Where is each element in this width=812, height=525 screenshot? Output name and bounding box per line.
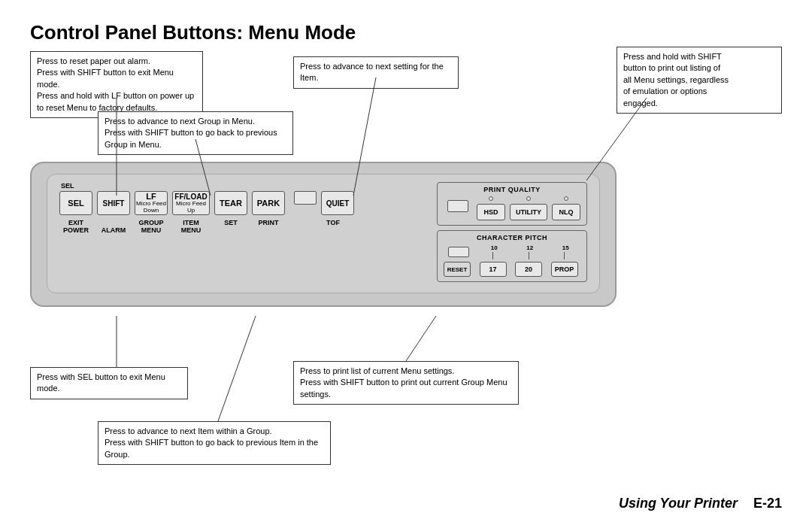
led-indicator	[294, 191, 317, 205]
annotation-topcenter: Press to advance to next setting for the…	[293, 56, 459, 89]
quality-blank-group	[444, 200, 472, 220]
reset-button[interactable]: RESET	[444, 262, 471, 277]
hsd-group: HSD	[477, 196, 505, 220]
p15-group: 15	[551, 244, 581, 259]
ffload-button[interactable]: FF/LOAD Micro Feed Up	[172, 191, 210, 215]
p12-line	[529, 252, 532, 259]
quality-blank-indicator	[447, 200, 468, 212]
hsd-indicator	[489, 196, 493, 201]
shift-button[interactable]: SHIFT	[97, 191, 130, 215]
character-pitch-section: CHARACTER PITCH 10	[437, 230, 587, 282]
svg-line-5	[406, 316, 436, 361]
annotation-bottommid: Press to print list of current Menu sett…	[293, 361, 519, 405]
quality-blank-label	[444, 214, 472, 220]
p10-line	[492, 252, 495, 259]
printer-panel: SEL SEL SHIFT	[30, 162, 617, 307]
label-set: SET	[214, 219, 247, 234]
prop-button[interactable]: PROP	[551, 262, 578, 277]
hsd-button[interactable]: HSD	[477, 204, 505, 220]
print-quality-section: PRINT QUALITY HSD	[437, 182, 587, 226]
p15-line	[564, 252, 567, 259]
indicator-group	[294, 191, 317, 215]
all-buttons-row: SEL SHIFT LF	[59, 191, 426, 215]
label-item: ITEM MENU	[172, 219, 210, 234]
nlq-button[interactable]: NLQ	[552, 204, 580, 220]
printer-panel-wrapper: SEL SEL SHIFT	[30, 162, 617, 307]
page: Control Panel Buttons: Menu Mode Press t…	[0, 0, 812, 525]
annotation-topleft: Press to reset paper out alarm. Press wi…	[30, 51, 203, 118]
footer: Using Your Printer E-21	[619, 496, 782, 511]
bottom-labels-row: EXIT POWER ALARM GROUP MENU	[59, 219, 426, 234]
annotation-midleft: Press to advance to next Group in Menu. …	[98, 111, 293, 155]
annotation-bottomleft: Press with SEL button to exit Menu mode.	[30, 367, 188, 399]
lf-button[interactable]: LF Micro Feed Down	[135, 191, 168, 215]
panel-inner: SEL SEL SHIFT	[47, 174, 600, 293]
lf-group: LF Micro Feed Down	[135, 191, 168, 215]
p20-button[interactable]: 20	[515, 262, 542, 277]
label-print: PRINT	[252, 219, 285, 234]
label-alarm: ALARM	[97, 219, 130, 234]
tear-group: TEAR	[214, 191, 247, 215]
svg-line-6	[218, 316, 256, 421]
quality-buttons-row: HSD UTILITY NLQ	[444, 196, 580, 220]
p12-group: 12	[515, 244, 545, 259]
pitch-blank-indicator	[448, 247, 469, 257]
shift-group: SHIFT	[97, 191, 130, 215]
park-group: PARK	[252, 191, 285, 215]
tear-button[interactable]: TEAR	[214, 191, 247, 215]
utility-button[interactable]: UTILITY	[510, 204, 547, 220]
label-exit-power: EXIT POWER	[59, 219, 92, 234]
panel-main-row: SEL SEL SHIFT	[59, 182, 587, 282]
utility-group: UTILITY	[510, 196, 547, 220]
sel-top-label: SEL	[61, 182, 426, 190]
footer-text: Using Your Printer	[619, 496, 738, 511]
utility-indicator	[526, 196, 531, 201]
p10-group: 10	[480, 244, 510, 259]
sel-group: SEL	[59, 191, 92, 215]
quiet-group: QUIET	[321, 191, 354, 215]
quiet-button[interactable]: QUIET	[321, 191, 354, 215]
p17-button[interactable]: 17	[480, 262, 507, 277]
sel-button[interactable]: SEL	[59, 191, 92, 215]
ffload-group: FF/LOAD Micro Feed Up	[172, 191, 210, 215]
label-tof: TOF	[317, 219, 350, 226]
print-quality-title: PRINT QUALITY	[444, 186, 580, 193]
reset-group	[444, 247, 474, 257]
pitch-grid: 10 12 15	[444, 244, 580, 277]
page-number: E-21	[753, 496, 782, 511]
nlq-indicator	[564, 196, 568, 201]
page-title: Control Panel Buttons: Menu Mode	[30, 21, 782, 44]
park-button[interactable]: PARK	[252, 191, 285, 215]
nlq-group: NLQ	[552, 196, 580, 220]
panel-right: PRINT QUALITY HSD	[437, 182, 587, 282]
annotation-bottombottom: Press to advance to next Item within a G…	[98, 421, 331, 465]
annotation-topright: Press and hold with SHIFT button to prin…	[617, 47, 782, 114]
label-group: GROUP MENU	[135, 219, 168, 234]
panel-left: SEL SEL SHIFT	[59, 182, 426, 234]
character-pitch-title: CHARACTER PITCH	[444, 234, 580, 241]
